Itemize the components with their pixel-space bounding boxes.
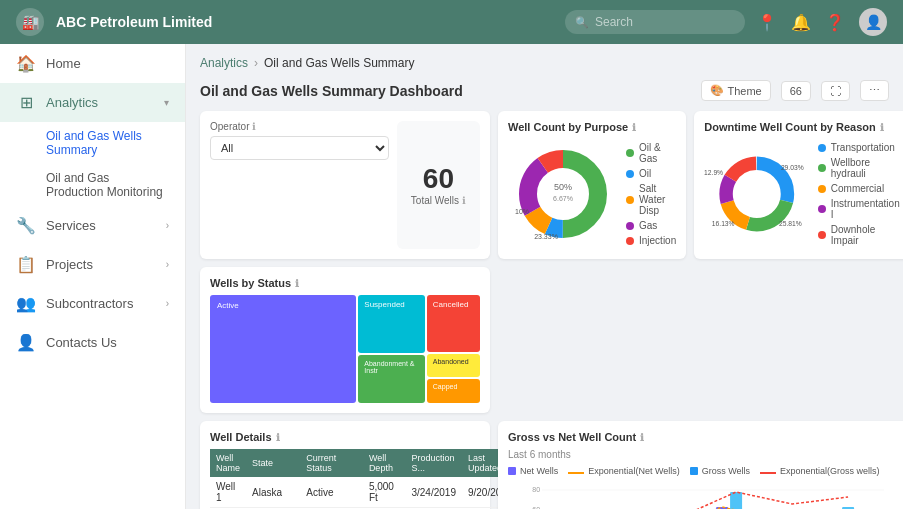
treemap-active: Active bbox=[210, 295, 356, 403]
dashboard-grid: Operator ℹ All Operator A Operator B 60 … bbox=[200, 111, 889, 509]
downtime-card: Downtime Well Count by Reason ℹ bbox=[694, 111, 903, 259]
breadcrumb-separator: › bbox=[254, 56, 258, 70]
downtime-info-icon: ℹ bbox=[880, 122, 884, 133]
well-details-card: Well Details ℹ Well Name State Current S… bbox=[200, 421, 490, 509]
number-label: 66 bbox=[790, 85, 802, 97]
sidebar-sub-oil-gas-production[interactable]: Oil and Gas Production Monitoring bbox=[46, 164, 185, 206]
total-wells-label: Total Wells ℹ bbox=[411, 195, 466, 206]
legend-gas: Gas bbox=[626, 220, 676, 231]
oil-dot bbox=[626, 170, 634, 178]
operator-card: Operator ℹ All Operator A Operator B 60 … bbox=[200, 111, 490, 259]
commercial-dot bbox=[818, 185, 826, 193]
header-icons: 📍 🔔 ❓ 👤 bbox=[757, 8, 887, 36]
cell-status: Active bbox=[300, 477, 363, 508]
cell-state: Alaska bbox=[246, 477, 300, 508]
total-wells-count: 60 bbox=[423, 165, 454, 193]
bar-gross-jun bbox=[730, 492, 742, 509]
col-state: State bbox=[246, 449, 300, 477]
gross-net-title: Gross vs Net Well Count ℹ bbox=[508, 431, 903, 443]
number-button[interactable]: 66 bbox=[781, 81, 811, 101]
operator-select[interactable]: All Operator A Operator B bbox=[210, 136, 389, 160]
sidebar-item-contacts[interactable]: 👤 Contacts Us bbox=[0, 323, 185, 362]
svg-text:12.9%: 12.9% bbox=[704, 169, 723, 176]
svg-text:10%: 10% bbox=[515, 208, 529, 215]
treemap-abandonment-label: Abandonment & Instr bbox=[361, 358, 425, 376]
breadcrumb-analytics[interactable]: Analytics bbox=[200, 56, 248, 70]
wellbore-dot bbox=[818, 164, 826, 172]
search-wrapper: 🔍 bbox=[565, 10, 745, 34]
well-details-info-icon: ℹ bbox=[276, 432, 280, 443]
svg-text:16.13%: 16.13% bbox=[712, 220, 735, 227]
sidebar-projects-label: Projects bbox=[46, 257, 156, 272]
contacts-icon: 👤 bbox=[16, 333, 36, 352]
expand-icon: ⛶ bbox=[830, 85, 841, 97]
bar-chart-container: 80 60 40 20 0 bbox=[508, 482, 903, 509]
cell-production: 3/24/2019 bbox=[405, 477, 462, 508]
location-icon[interactable]: 📍 bbox=[757, 13, 777, 32]
bar-chart-svg: 80 60 40 20 0 bbox=[508, 482, 903, 509]
instrumentation-dot bbox=[818, 205, 826, 213]
sidebar-analytics-label: Analytics bbox=[46, 95, 154, 110]
wells-status-card: Wells by Status ℹ Active Suspended Aba bbox=[200, 267, 490, 413]
theme-label: Theme bbox=[728, 85, 762, 97]
exp-net-line bbox=[568, 472, 584, 474]
top-header: 🏭 ABC Petroleum Limited 🔍 📍 🔔 ❓ 👤 bbox=[0, 0, 903, 44]
table-row: Well 1AlaskaActive5,000 Ft3/24/20199/20/… bbox=[210, 477, 518, 508]
legend-injection: Injection bbox=[626, 235, 676, 246]
gas-dot bbox=[626, 222, 634, 230]
breadcrumb-current: Oil and Gas Wells Summary bbox=[264, 56, 415, 70]
treemap-suspended-label: Suspended bbox=[361, 298, 407, 311]
sidebar-item-services[interactable]: 🔧 Services › bbox=[0, 206, 185, 245]
sidebar-item-analytics[interactable]: ⊞ Analytics ▾ bbox=[0, 83, 185, 122]
more-icon: ⋯ bbox=[869, 84, 880, 97]
svg-point-14 bbox=[736, 173, 778, 215]
gross-trend-line bbox=[568, 492, 848, 509]
chart-subtitle: Last 6 months bbox=[508, 449, 903, 460]
avatar[interactable]: 👤 bbox=[859, 8, 887, 36]
chart-legend: Net Wells Exponential(Net Wells) Gross W… bbox=[508, 466, 903, 476]
breadcrumb: Analytics › Oil and Gas Wells Summary bbox=[200, 56, 889, 70]
more-button[interactable]: ⋯ bbox=[860, 80, 889, 101]
legend-downhole: Downhole Impair bbox=[818, 224, 903, 246]
services-icon: 🔧 bbox=[16, 216, 36, 235]
sidebar-sub-oil-gas-wells[interactable]: Oil and Gas Wells Summary bbox=[46, 122, 185, 164]
logo-icon: 🏭 bbox=[16, 8, 44, 36]
theme-button[interactable]: 🎨 Theme bbox=[701, 80, 771, 101]
svg-text:23.33%: 23.33% bbox=[534, 233, 558, 240]
col-well-name: Well Name bbox=[210, 449, 246, 477]
total-wells-section: 60 Total Wells ℹ bbox=[397, 121, 480, 249]
sidebar-services-label: Services bbox=[46, 218, 156, 233]
dashboard-title: Oil and Gas Wells Summary Dashboard bbox=[200, 83, 463, 99]
cell-depth: 5,000 Ft bbox=[363, 477, 406, 508]
search-input[interactable] bbox=[565, 10, 745, 34]
operator-label: Operator ℹ bbox=[210, 121, 389, 132]
cell-name: Well 1 bbox=[210, 477, 246, 508]
well-details-title: Well Details ℹ bbox=[210, 431, 480, 443]
theme-icon: 🎨 bbox=[710, 84, 724, 97]
svg-text:50%: 50% bbox=[554, 182, 572, 192]
svg-text:80: 80 bbox=[532, 486, 540, 493]
legend-wellbore: Wellbore hydrauli bbox=[818, 157, 903, 179]
treemap-abandonment: Abandonment & Instr bbox=[358, 355, 425, 403]
notifications-icon[interactable]: 🔔 bbox=[791, 13, 811, 32]
col-status: Current Status bbox=[300, 449, 363, 477]
expand-button[interactable]: ⛶ bbox=[821, 81, 850, 101]
sidebar-item-subcontractors[interactable]: 👥 Subcontractors › bbox=[0, 284, 185, 323]
legend-net-wells: Net Wells bbox=[508, 466, 558, 476]
gross-net-card: Gross vs Net Well Count ℹ Last 6 months … bbox=[498, 421, 903, 509]
svg-text:25.81%: 25.81% bbox=[779, 220, 802, 227]
treemap-abandoned-label: Abandoned bbox=[430, 356, 472, 367]
legend-oil-gas: Oil & Gas bbox=[626, 142, 676, 164]
sidebar-item-home[interactable]: 🏠 Home bbox=[0, 44, 185, 83]
well-table: Well Name State Current Status Well Dept… bbox=[210, 449, 518, 509]
transport-dot bbox=[818, 144, 826, 152]
purpose-title: Well Count by Purpose ℹ bbox=[508, 121, 676, 133]
sidebar-analytics-sub: Oil and Gas Wells Summary Oil and Gas Pr… bbox=[0, 122, 185, 206]
sidebar-item-projects[interactable]: 📋 Projects › bbox=[0, 245, 185, 284]
main-layout: 🏠 Home ⊞ Analytics ▾ Oil and Gas Wells S… bbox=[0, 44, 903, 509]
gross-wells-dot bbox=[690, 467, 698, 475]
content-area: Analytics › Oil and Gas Wells Summary Oi… bbox=[186, 44, 903, 509]
downtime-legend: Transportation Wellbore hydrauli Commerc… bbox=[818, 142, 903, 246]
exp-gross-line bbox=[760, 472, 776, 474]
help-icon[interactable]: ❓ bbox=[825, 13, 845, 32]
